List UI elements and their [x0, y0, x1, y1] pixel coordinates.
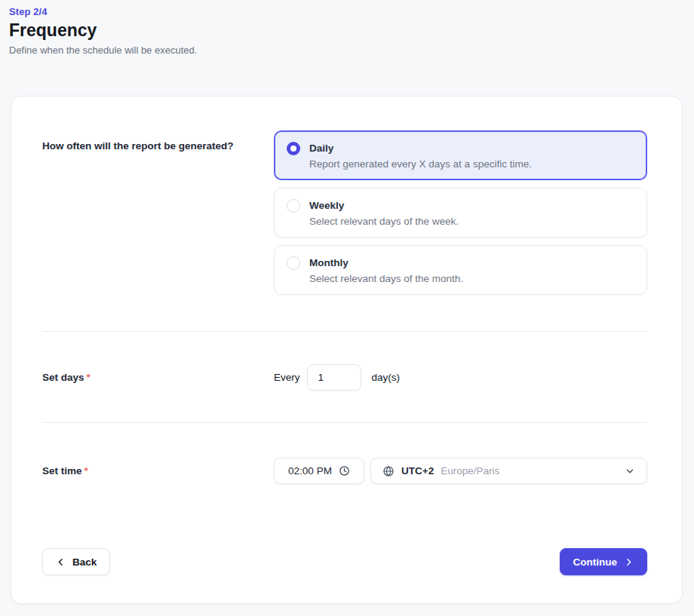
globe-icon [382, 465, 395, 477]
section-divider [42, 422, 647, 423]
time-picker-input[interactable]: 02:00 PM [274, 458, 364, 484]
set-days-label-text: Set days [42, 372, 84, 383]
timezone-select[interactable]: UTC+2 Europe/Paris [370, 458, 647, 484]
option-weekly-label: Weekly [309, 198, 459, 211]
set-days-label: Set days* [42, 372, 274, 383]
radio-daily-checked[interactable] [287, 142, 300, 155]
frequency-form-card: How often will the report be generated? … [11, 96, 683, 604]
frequency-section: How often will the report be generated? … [42, 130, 647, 295]
frequency-options-group: Daily Report generated every X days at a… [274, 130, 647, 295]
set-time-label: Set time* [42, 465, 274, 477]
wizard-footer: Back Continue [42, 548, 647, 575]
option-weekly-description: Select relevant days of the week. [309, 216, 459, 227]
set-time-section: Set time* 02:00 PM UTC+2 Europe/Paris [42, 458, 647, 484]
frequency-question-label: How often will the report be generated? [42, 130, 274, 295]
continue-button-label: Continue [573, 556, 618, 568]
days-suffix-label: day(s) [372, 372, 401, 383]
chevron-left-icon [56, 557, 66, 567]
option-weekly[interactable]: Weekly Select relevant days of the week. [274, 188, 647, 238]
every-prefix-label: Every [274, 372, 300, 383]
option-daily-description: Report generated every X days at a speci… [309, 158, 532, 170]
option-daily-label: Daily [309, 141, 532, 154]
timezone-name: Europe/Paris [441, 465, 499, 477]
set-time-label-text: Set time [42, 465, 82, 477]
section-divider [42, 331, 647, 332]
radio-weekly-unchecked[interactable] [287, 199, 300, 213]
wizard-header: Step 2/4 Frequency Define when the sched… [0, 0, 694, 56]
clock-icon [339, 465, 350, 477]
radio-monthly-unchecked[interactable] [287, 256, 300, 270]
page-title: Frequency [9, 20, 694, 41]
chevron-down-icon [625, 466, 635, 477]
option-monthly-label: Monthly [309, 256, 463, 268]
time-value: 02:00 PM [288, 465, 332, 477]
set-days-section: Set days* Every day(s) [42, 364, 647, 391]
back-button[interactable]: Back [42, 548, 110, 575]
required-asterisk: * [87, 372, 91, 383]
option-daily[interactable]: Daily Report generated every X days at a… [274, 130, 647, 180]
option-monthly[interactable]: Monthly Select relevant days of the mont… [274, 245, 647, 295]
step-indicator: Step 2/4 [9, 6, 694, 17]
timezone-offset: UTC+2 [401, 465, 434, 477]
days-interval-input[interactable] [307, 364, 361, 391]
back-button-label: Back [72, 556, 97, 568]
continue-button[interactable]: Continue [560, 548, 648, 575]
required-asterisk: * [84, 465, 88, 477]
page-subtitle: Define when the schedule will be execute… [9, 44, 694, 56]
chevron-right-icon [624, 557, 634, 567]
option-monthly-description: Select relevant days of the month. [309, 273, 463, 284]
